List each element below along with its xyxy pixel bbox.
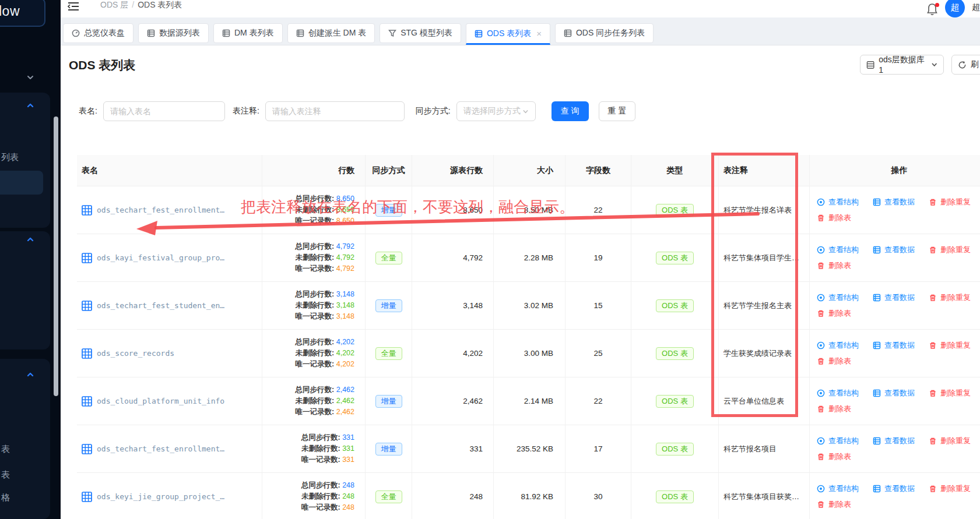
sync-mode-badge: 全量	[375, 490, 402, 503]
tab-label: 总览仪表盘	[84, 28, 125, 38]
action-eye-1[interactable]: 查看结构	[817, 483, 859, 494]
tab-6[interactable]: ODS 表列表×	[466, 23, 550, 45]
tab-label: ODS 表列表	[487, 29, 531, 39]
action-trash-4[interactable]: 删除表	[817, 451, 851, 462]
action-trash-4[interactable]: 删除表	[817, 499, 851, 510]
tab-label: DM 表列表	[234, 28, 274, 38]
action-trash-4[interactable]: 删除表	[817, 404, 851, 414]
sync-mode-cell: 增量	[366, 425, 412, 473]
table-name-link[interactable]: ods_kayi_festival_group_pro…	[97, 253, 224, 262]
tab-5[interactable]: STG 模型列表	[380, 23, 461, 43]
table-name-link[interactable]: ods_techart_fest_enrollment…	[97, 206, 224, 214]
sync-mode-select[interactable]: 请选择同步方式	[456, 101, 536, 121]
action-list-2[interactable]: 查看数据	[873, 436, 915, 446]
action-list-2[interactable]: 查看数据	[873, 388, 915, 398]
action-trash-3[interactable]: 删除重复	[929, 436, 971, 446]
action-eye-1[interactable]: 查看结构	[817, 292, 859, 303]
action-eye-1[interactable]: 查看结构	[817, 388, 859, 398]
action-trash-3[interactable]: 删除重复	[929, 292, 971, 303]
field-count-cell: 30	[565, 473, 631, 519]
funnel-icon	[388, 29, 396, 37]
column-header-rows: 行数	[262, 155, 366, 186]
field-count-cell: 25	[565, 330, 631, 377]
action-trash-3[interactable]: 删除重复	[929, 388, 971, 398]
sync-mode-badge: 增量	[375, 395, 402, 408]
action-eye-1[interactable]: 查看结构	[817, 340, 859, 351]
tab-bar: 总览仪表盘数据源列表DM 表列表创建派生 DM 表STG 模型列表ODS 表列表…	[61, 17, 980, 45]
close-icon[interactable]: ×	[536, 29, 542, 38]
field-count-cell: 22	[565, 377, 631, 425]
action-trash-3[interactable]: 删除重复	[929, 245, 971, 255]
sidebar-item-partial[interactable]: 表	[1, 444, 10, 455]
actions-cell: 查看结构查看数据删除重复删除表	[810, 282, 980, 330]
sidebar-item-partial[interactable]: 格	[1, 492, 10, 503]
action-trash-4[interactable]: 删除表	[817, 356, 851, 366]
stat-kept: 未删除行数: 4,792	[296, 252, 354, 263]
database-selector[interactable]: ods层数据库1	[860, 55, 944, 75]
sidebar-section-2	[0, 231, 50, 349]
table-name-link[interactable]: ods_keyi_jie_group_project_…	[97, 492, 224, 501]
reset-button[interactable]: 重 置	[599, 101, 636, 121]
menu-fold-icon[interactable]	[68, 1, 79, 12]
action-list-2[interactable]: 查看数据	[873, 292, 915, 303]
tab-1[interactable]: 总览仪表盘	[63, 23, 134, 43]
table-comment-input[interactable]	[265, 101, 405, 121]
action-eye-1[interactable]: 查看结构	[817, 245, 859, 255]
tab-4[interactable]: 创建派生 DM 表	[287, 23, 375, 43]
action-trash-4[interactable]: 删除表	[817, 260, 851, 271]
action-list-2[interactable]: 查看数据	[873, 197, 915, 207]
stat-total: 总同步行数: 331	[301, 432, 354, 443]
table-name-link[interactable]: ods_techart_fest_enrollment…	[97, 444, 224, 453]
avatar[interactable]: 超	[945, 0, 965, 17]
table-comment: 科艺节集体项目获奖…	[723, 492, 799, 502]
table-name-cell: ods_cloud_platform_unit_info	[77, 377, 262, 425]
sidebar-item-partial[interactable]: 表	[1, 469, 10, 481]
action-trash-3[interactable]: 删除重复	[929, 340, 971, 351]
chevron-up-icon[interactable]	[26, 370, 34, 379]
table-name-link[interactable]: ods_score_records	[97, 349, 174, 358]
action-eye-1[interactable]: 查看结构	[817, 436, 859, 446]
sidebar-item-partial[interactable]: 列表	[1, 152, 19, 163]
tab-3[interactable]: DM 表列表	[213, 23, 283, 43]
table-row: ods_techart_fest_enrollment…总同步行数: 8,650…	[77, 186, 980, 234]
action-trash-4[interactable]: 删除表	[817, 308, 851, 319]
table-name-link[interactable]: ods_techart_fest_student_en…	[97, 301, 224, 310]
chevron-down-icon[interactable]	[26, 73, 34, 82]
action-trash-4[interactable]: 删除表	[817, 213, 851, 223]
type-cell: ODS 表	[631, 473, 719, 519]
search-button[interactable]: 查 询	[552, 101, 589, 121]
source-rows-cell: 331	[412, 425, 494, 473]
action-trash-3[interactable]: 删除重复	[929, 483, 971, 494]
table-name-input[interactable]	[103, 101, 225, 121]
sidebar-scrollbar[interactable]	[54, 116, 58, 396]
source-rows-cell: 8,650	[412, 186, 494, 234]
notification-bell-icon[interactable]	[926, 3, 938, 16]
action-list-2[interactable]: 查看数据	[873, 340, 915, 351]
chevron-up-icon[interactable]	[26, 101, 34, 110]
type-cell: ODS 表	[631, 282, 719, 330]
refresh-button[interactable]: 刷	[951, 55, 980, 75]
stat-unique: 唯一记录数: 4,792	[296, 263, 354, 274]
action-eye-1[interactable]: 查看结构	[817, 197, 859, 207]
table-name-cell: ods_techart_fest_enrollment…	[77, 186, 262, 234]
type-badge: ODS 表	[656, 395, 694, 408]
field-count-cell: 17	[565, 425, 631, 473]
field-count-cell: 22	[565, 186, 631, 234]
action-trash-3[interactable]: 删除重复	[929, 197, 971, 207]
tab-2[interactable]: 数据源列表	[138, 23, 209, 43]
refresh-icon	[958, 61, 967, 69]
action-list-2[interactable]: 查看数据	[873, 245, 915, 255]
table-name-link[interactable]: ods_cloud_platform_unit_info	[97, 397, 224, 405]
stat-kept: 未删除行数: 4,202	[296, 348, 354, 359]
column-header-size: 大小	[494, 155, 565, 186]
tab-7[interactable]: ODS 同步任务列表	[555, 23, 654, 43]
notification-badge	[935, 3, 939, 7]
table-grid-icon	[82, 301, 92, 311]
breadcrumb-root[interactable]: ODS 层	[100, 0, 128, 9]
stat-unique: 唯一记录数: 4,202	[296, 359, 354, 370]
sidebar-active-item[interactable]	[0, 171, 43, 195]
chevron-up-icon[interactable]	[26, 235, 34, 243]
action-list-2[interactable]: 查看数据	[873, 483, 915, 494]
sync-mode-badge: 全量	[375, 252, 402, 264]
chevron-down-icon	[522, 108, 529, 115]
